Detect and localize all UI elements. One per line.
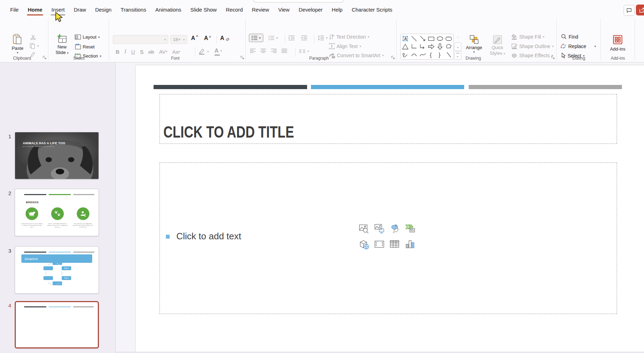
title-placeholder[interactable]: CLICK TO ADD TITLE bbox=[160, 94, 617, 144]
insert-smartart-button[interactable] bbox=[405, 223, 415, 234]
ribbon-tab-developer[interactable]: Developer bbox=[294, 5, 327, 15]
replace-button[interactable]: bc Replace ▾ bbox=[560, 43, 596, 49]
gallery-scroll-up[interactable]: ⌃ bbox=[454, 34, 461, 42]
thumb-bar-dark bbox=[24, 252, 46, 253]
triangle-shape-icon[interactable] bbox=[401, 43, 409, 51]
decrease-indent-button[interactable] bbox=[288, 35, 295, 41]
justify-button[interactable] bbox=[281, 48, 287, 53]
bold-button[interactable]: B bbox=[116, 49, 120, 55]
line-shape-icon[interactable] bbox=[410, 35, 418, 42]
slide-1-number: 1 bbox=[4, 133, 11, 139]
thumb3-cycle-arrows bbox=[38, 261, 70, 287]
ribbon-tab-transitions[interactable]: Transitions bbox=[116, 5, 151, 15]
decrease-font-size-button[interactable]: A˅ bbox=[204, 35, 211, 41]
rectangle-shape-icon[interactable] bbox=[427, 35, 435, 42]
ribbon-tab-draw[interactable]: Draw bbox=[69, 5, 90, 15]
paragraph-dialog-launcher[interactable] bbox=[391, 56, 395, 60]
ribbon-tab-view[interactable]: View bbox=[274, 5, 294, 15]
cut-button[interactable] bbox=[30, 34, 36, 40]
increase-indent-button[interactable] bbox=[301, 35, 307, 41]
down-arrow-shape-icon[interactable] bbox=[436, 43, 444, 51]
columns-button[interactable]: ▾ bbox=[299, 49, 309, 53]
content-placeholder[interactable]: Click to add text bbox=[160, 162, 617, 314]
share-button[interactable] bbox=[636, 5, 644, 15]
elbow-arrow-connector-shape-icon[interactable] bbox=[419, 43, 427, 51]
chevron-down-icon: ▾ bbox=[164, 38, 166, 41]
insert-table-button[interactable] bbox=[389, 239, 400, 249]
font-color-button[interactable]: A ▾ bbox=[215, 48, 222, 54]
ribbon-tab-review[interactable]: Review bbox=[248, 5, 274, 15]
text-direction-button[interactable]: A Text Direction ▾ bbox=[329, 34, 369, 40]
clear-formatting-button[interactable]: A bbox=[220, 35, 229, 41]
align-left-button[interactable] bbox=[250, 48, 256, 53]
text-shadow-button[interactable]: S bbox=[140, 49, 143, 55]
comments-button[interactable] bbox=[624, 5, 635, 16]
drawing-dialog-launcher[interactable] bbox=[551, 56, 555, 60]
font-size-combobox[interactable]: 18+ ▾ bbox=[170, 35, 187, 44]
arrange-button[interactable]: Arrange ▾ bbox=[463, 34, 484, 53]
elbow-connector-shape-icon[interactable] bbox=[410, 43, 418, 51]
text-box-shape-icon[interactable]: A bbox=[401, 35, 409, 42]
ribbon-tab-record[interactable]: Record bbox=[221, 5, 247, 15]
bullets-button[interactable]: ▾ bbox=[249, 34, 263, 42]
rounded-rectangle-shape-icon[interactable] bbox=[445, 35, 453, 42]
slide-thumbnail-2[interactable]: BREEDS LOREM IPSUM DOLOR SIT AMET, CONSE… bbox=[15, 189, 99, 236]
character-spacing-button[interactable]: AV▾ bbox=[159, 49, 167, 55]
new-slide-label2: Slide ▾ bbox=[55, 50, 68, 55]
scribble-shape-icon[interactable] bbox=[401, 51, 409, 59]
clipboard-dialog-launcher[interactable] bbox=[43, 56, 47, 60]
editing-group-label: Editing bbox=[557, 56, 600, 61]
chevron-down-icon: ▾ bbox=[98, 36, 100, 39]
insert-stock-images-button[interactable] bbox=[359, 223, 369, 234]
ribbon-tab-character-scripts[interactable]: Character Scripts bbox=[347, 5, 397, 15]
insert-chart-button[interactable] bbox=[405, 239, 415, 249]
slide-thumbnail-4[interactable] bbox=[15, 301, 99, 348]
oval-shape-icon[interactable] bbox=[436, 35, 444, 42]
add-ins-button[interactable]: Add-ins bbox=[606, 34, 630, 52]
shape-effects-button[interactable]: Shape Effects ▾ bbox=[511, 53, 553, 58]
underline-button[interactable]: U bbox=[131, 49, 135, 55]
align-text-button[interactable]: Align Text ▾ bbox=[329, 43, 361, 49]
new-slide-button[interactable]: New Slide ▾ bbox=[52, 34, 72, 55]
change-case-button[interactable]: Aa▾ bbox=[172, 49, 180, 55]
reset-button[interactable]: Reset bbox=[75, 44, 95, 49]
shape-outline-button[interactable]: Shape Outline ▾ bbox=[511, 43, 554, 49]
italic-button[interactable]: I bbox=[124, 48, 126, 55]
insert-3d-models-button[interactable] bbox=[359, 239, 369, 249]
ribbon-tab-file[interactable]: File bbox=[6, 5, 23, 15]
slide-thumbnail-1[interactable]: ANIMALS HAS A LIFE TOO A DOCUMENTARY BAS… bbox=[15, 132, 99, 179]
text-highlight-button[interactable]: ▾ bbox=[198, 48, 209, 55]
ribbon-tab-slide-show[interactable]: Slide Show bbox=[186, 5, 221, 15]
increase-font-size-button[interactable]: A˄ bbox=[191, 35, 198, 41]
align-center-button[interactable] bbox=[260, 48, 266, 53]
ribbon-tab-design[interactable]: Design bbox=[90, 5, 116, 15]
insert-video-button[interactable] bbox=[374, 239, 385, 249]
paste-button[interactable]: Paste ▾ bbox=[8, 34, 27, 54]
right-arrow-shape-icon[interactable] bbox=[427, 43, 435, 51]
slide-thumbnail-3[interactable]: SmartArtStep 1Step 2 bbox=[15, 246, 99, 294]
ribbon-tab-home[interactable]: Home bbox=[23, 5, 47, 15]
gallery-scroll-down[interactable]: ⌄ bbox=[454, 42, 461, 51]
ribbon-tab-insert[interactable]: Insert bbox=[47, 5, 69, 15]
font-dialog-launcher[interactable] bbox=[240, 56, 245, 60]
insert-insert-icon-button[interactable] bbox=[389, 223, 400, 234]
ribbon-tab-animations[interactable]: Animations bbox=[151, 5, 186, 15]
copy-button[interactable]: ▾ bbox=[29, 43, 39, 49]
quick-styles-button[interactable]: Quick Styles ▾ bbox=[487, 34, 508, 56]
curve-shape-icon[interactable] bbox=[419, 51, 427, 59]
numbering-button[interactable]: 123 ▾ bbox=[268, 35, 278, 41]
arrow-shape-icon[interactable] bbox=[419, 35, 427, 42]
slide-canvas[interactable]: CLICK TO ADD TITLE Click to add text bbox=[136, 65, 644, 352]
shape-fill-button[interactable]: Shape Fill ▾ bbox=[511, 34, 544, 40]
find-button[interactable]: Find bbox=[561, 34, 578, 40]
ribbon-tab-help[interactable]: Help bbox=[327, 5, 347, 15]
layout-button[interactable]: Layout▾ bbox=[75, 34, 100, 40]
arc-shape-icon[interactable] bbox=[410, 51, 418, 59]
font-name-combobox[interactable]: ▾ bbox=[113, 35, 168, 44]
align-right-button[interactable] bbox=[271, 48, 277, 53]
freeform-shape-shape-icon[interactable] bbox=[445, 43, 453, 51]
line-spacing-button[interactable]: ▾ bbox=[318, 35, 328, 41]
strikethrough-button[interactable]: ab bbox=[148, 49, 154, 55]
insert-pictures-button[interactable] bbox=[374, 223, 385, 234]
search-box-partial[interactable] bbox=[253, 0, 344, 2]
